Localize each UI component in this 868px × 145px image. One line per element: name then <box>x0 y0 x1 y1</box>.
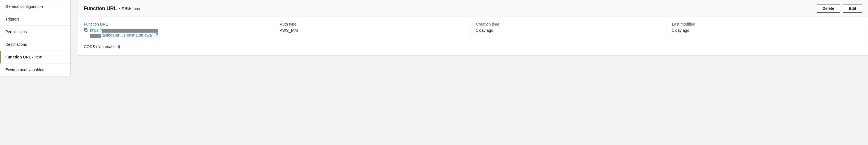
cell-creation-time: Creation time 1 day ago <box>470 22 666 38</box>
panel-actions: Delete Edit <box>817 4 862 13</box>
sidebar-item-environment-variables[interactable]: Environment variables <box>0 64 70 76</box>
panel-body: Function URL https://.lambda-url.us-east… <box>78 17 868 55</box>
external-link-icon[interactable] <box>154 32 158 37</box>
sidebar-item-label: Triggers <box>5 17 20 21</box>
auth-type-label: Auth type <box>280 22 464 26</box>
last-modified-label: Last modified <box>672 22 857 26</box>
sidebar-item-label: Permissions <box>5 29 27 34</box>
redacted-text <box>90 34 101 38</box>
delete-button[interactable]: Delete <box>817 4 840 13</box>
cell-function-url: Function URL https://.lambda-url.us-east… <box>84 22 274 38</box>
sidebar-item-label: Environment variables <box>5 68 44 72</box>
sidebar-item-general-configuration[interactable]: General configuration <box>0 0 70 13</box>
details-grid: Function URL https://.lambda-url.us-east… <box>84 22 862 38</box>
creation-time-label: Creation time <box>476 22 660 26</box>
sidebar-item-label: General configuration <box>5 4 43 9</box>
main-content: Function URL - new Info Delete Edit Func… <box>71 0 868 76</box>
panel-title-text: Function URL <box>84 6 117 11</box>
panel-title: Function URL - new Info <box>84 6 140 11</box>
function-url-link[interactable]: https://.lambda-url.us-east-1.on.aws/ <box>90 28 158 38</box>
copy-icon[interactable] <box>84 28 88 32</box>
sidebar-item-label: Destinations <box>5 42 27 47</box>
sidebar: General configuration Triggers Permissio… <box>0 0 71 76</box>
sidebar-item-destinations[interactable]: Destinations <box>0 38 70 51</box>
edit-button[interactable]: Edit <box>843 4 862 13</box>
auth-type-value: AWS_IAM <box>280 28 464 32</box>
info-link[interactable]: Info <box>134 7 140 11</box>
svg-rect-0 <box>85 29 87 31</box>
cors-status: CORS (Not enabled) <box>84 44 862 49</box>
function-url-panel: Function URL - new Info Delete Edit Func… <box>78 0 868 55</box>
cell-last-modified: Last modified 1 day ago <box>666 22 862 38</box>
panel-header: Function URL - new Info Delete Edit <box>78 0 868 17</box>
panel-title-badge: - new <box>119 6 131 11</box>
function-url-label: Function URL <box>84 22 268 26</box>
sidebar-item-function-url[interactable]: Function URL - new <box>0 51 70 64</box>
creation-time-value: 1 day ago <box>476 28 660 32</box>
sidebar-item-badge: - new <box>32 55 41 59</box>
sidebar-item-triggers[interactable]: Triggers <box>0 13 70 26</box>
redacted-text <box>102 29 158 32</box>
sidebar-item-permissions[interactable]: Permissions <box>0 26 70 38</box>
function-url-value: https://.lambda-url.us-east-1.on.aws/ <box>84 28 268 38</box>
cell-auth-type: Auth type AWS_IAM <box>274 22 470 38</box>
last-modified-value: 1 day ago <box>672 28 857 32</box>
sidebar-item-label: Function URL <box>5 55 31 59</box>
